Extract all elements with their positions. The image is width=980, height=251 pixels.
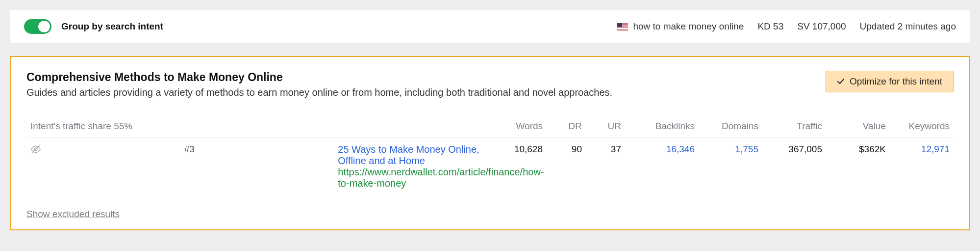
row-value: $362K	[826, 138, 890, 195]
intent-title: Comprehensive Methods to Make Money Onli…	[26, 71, 816, 84]
row-backlinks-link[interactable]: 16,346	[666, 144, 695, 154]
intent-card: Comprehensive Methods to Make Money Onli…	[10, 56, 970, 230]
keyword-text: how to make money online	[633, 21, 744, 32]
row-dr: 90	[547, 138, 586, 195]
optimize-intent-button[interactable]: Optimize for this intent	[826, 71, 954, 92]
toggle-knob	[38, 21, 50, 32]
traffic-share-header: Intent's traffic share 55%	[26, 115, 488, 138]
group-by-intent-toggle[interactable]	[24, 19, 51, 34]
sv-stat: SV 107,000	[797, 21, 846, 32]
optimize-intent-label: Optimize for this intent	[850, 76, 942, 87]
hide-row-icon[interactable]	[30, 146, 41, 157]
col-words: Words	[488, 115, 547, 138]
row-rank: #3	[184, 144, 195, 154]
table-row: #3 25 Ways to Make Money Online, Offline…	[26, 138, 954, 195]
col-backlinks: Backlinks	[625, 115, 699, 138]
col-traffic: Traffic	[762, 115, 826, 138]
col-ur: UR	[586, 115, 625, 138]
intent-description: Guides and articles providing a variety …	[26, 87, 816, 98]
row-traffic: 367,005	[762, 138, 826, 195]
row-ur: 37	[586, 138, 625, 195]
top-bar: Group by search intent how to make money…	[10, 10, 970, 43]
kd-stat: KD 53	[757, 21, 783, 32]
col-value: Value	[826, 115, 890, 138]
col-dr: DR	[547, 115, 586, 138]
col-keywords: Keywords	[890, 115, 954, 138]
row-keywords-link[interactable]: 12,971	[921, 144, 950, 154]
us-flag-icon	[617, 23, 628, 30]
results-table: Intent's traffic share 55% Words DR UR B…	[26, 115, 954, 195]
show-excluded-link[interactable]: Show excluded results	[26, 209, 120, 220]
group-by-intent-label: Group by search intent	[61, 21, 163, 32]
check-icon	[837, 78, 845, 85]
col-domains: Domains	[699, 115, 762, 138]
updated-stat: Updated 2 minutes ago	[860, 21, 956, 32]
row-title-link[interactable]: 25 Ways to Make Money Online, Offline an…	[338, 144, 479, 166]
keyword-display: how to make money online	[617, 21, 744, 32]
stats-right: how to make money online KD 53 SV 107,00…	[617, 21, 956, 32]
row-domains-link[interactable]: 1,755	[735, 144, 758, 154]
